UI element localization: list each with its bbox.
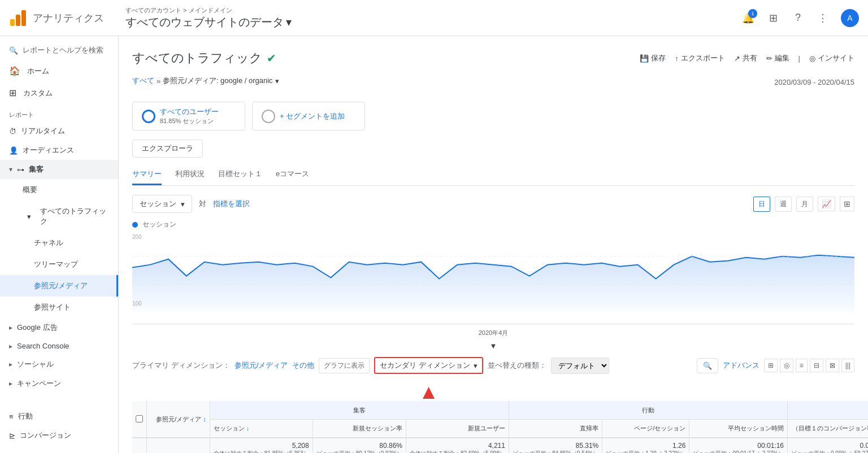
metric-select-button[interactable]: 指標を選択 [213, 199, 250, 209]
table-summary-row: 5,208 全体に対する割合：81.85%（6,363） 80.86% ビューの… [132, 438, 868, 453]
sidebar-item-visitors[interactable]: ▾ ⊶ 集客 [0, 160, 118, 179]
sidebar-item-all-traffic[interactable]: ▾ すべてのトラフィック [0, 201, 118, 232]
sidebar-item-realtime[interactable]: ⏱ リアルタイム [0, 121, 118, 141]
segment-all-users[interactable]: すべてのユーザー 81.85% セッション [132, 102, 245, 130]
sidebar-item-channel[interactable]: チャネル [0, 232, 118, 254]
apps-icon[interactable]: ⊞ [766, 11, 780, 25]
save-icon: 💾 [640, 54, 649, 63]
breadcrumb-current: 参照元/メディア: google / organic ▾ [163, 76, 279, 86]
col-new-user[interactable]: 新規ユーザー [406, 420, 509, 438]
sidebar-item-search-console[interactable]: ▸ Search Console [0, 337, 118, 355]
data-table: 参照元/メディア ↕ 集客 行動 コンバージョン 目標 1: 1 セッション ↓ [132, 401, 868, 453]
grid-view-button[interactable]: ⊞ [764, 359, 778, 372]
chart-y-200: 200 [132, 234, 142, 240]
legend-dot [132, 222, 138, 228]
sidebar-item-referral[interactable]: 参照サイト [0, 297, 118, 318]
breadcrumb-main[interactable]: すべてのウェブサイトのデータ ▾ [125, 15, 741, 30]
insight-icon: ◎ [809, 54, 815, 63]
bar-chart-button[interactable]: ⊞ [840, 197, 854, 211]
col-checkbox[interactable] [132, 401, 147, 438]
visitors-icon: ⊶ [17, 165, 24, 174]
date-range[interactable]: 2020/03/09 - 2020/04/15 [774, 78, 854, 86]
primary-dim-link[interactable]: 参照元/メディア [235, 360, 288, 371]
chevron-down-icon: ▾ [474, 361, 478, 370]
col-avg-session[interactable]: 平均セッション時間 [689, 420, 788, 438]
pivot-view-button[interactable]: ⊟ [810, 359, 823, 372]
col-bounce[interactable]: 直帰率 [509, 420, 602, 438]
compare-view-button[interactable]: ⊠ [826, 359, 839, 372]
tab-usage[interactable]: 利用状況 [175, 164, 205, 185]
chevron-right-icon: ▸ [9, 360, 12, 368]
chevron-down-icon[interactable]: ▾ [275, 77, 279, 85]
sidebar-item-home[interactable]: 🏠 ホーム [0, 60, 118, 82]
svg-rect-1 [16, 15, 20, 26]
insight-button[interactable]: ◎ インサイト [809, 53, 854, 63]
explorer-button[interactable]: エクスプローラ [132, 140, 203, 158]
sidebar-item-social[interactable]: ▸ ソーシャル [0, 355, 118, 374]
sidebar-item-audience[interactable]: 👤 オーディエンス [0, 141, 118, 160]
edit-icon: ✏ [766, 54, 772, 63]
share-button[interactable]: ↗ 共有 [734, 53, 757, 63]
bar-view-button[interactable]: ≡ [796, 359, 808, 372]
report-section-label: レポート [0, 104, 118, 121]
save-button[interactable]: 💾 保存 [640, 53, 666, 63]
tab-summary[interactable]: サマリー [132, 164, 162, 185]
col-new-session[interactable]: 新規セッション率 [313, 420, 406, 438]
edit-button[interactable]: ✏ 編集 [766, 53, 789, 63]
export-icon: ↑ [675, 54, 679, 63]
content-area: すべてのトラフィック ✔ 💾 保存 ↑ エクスポート ↗ 共有 ✏ [119, 36, 868, 453]
segment-add[interactable]: + セグメントを追加 [252, 102, 365, 130]
col-page-session[interactable]: ページ/セッション [602, 420, 689, 438]
more-view-button[interactable]: ||| [841, 359, 854, 372]
verified-icon: ✔ [267, 51, 276, 65]
sidebar-item-overview[interactable]: 概要 [0, 179, 118, 201]
secondary-dim-button[interactable]: セカンダリ ディメンション ▾ [374, 357, 483, 374]
col-dimension[interactable]: 参照元/メディア ↕ [147, 401, 210, 438]
segment-text: すべてのユーザー 81.85% セッション [160, 107, 219, 125]
help-icon[interactable]: ? [791, 11, 805, 25]
table-toolbar: プライマリ ディメンション： 参照元/メディア その他 グラフに表示 セカンダリ… [132, 357, 854, 374]
period-month[interactable]: 月 [796, 197, 813, 212]
pie-view-button[interactable]: ◎ [780, 359, 793, 372]
search-icon: 🔍 [703, 361, 712, 370]
period-day[interactable]: 日 [753, 197, 770, 212]
advance-button[interactable]: アドバンス [723, 360, 760, 371]
app-name: アナリティクス [33, 11, 104, 25]
sidebar-item-treemap[interactable]: ツリーマップ [0, 254, 118, 275]
main-layout: 🔍 レポートとヘルプを検索 🏠 ホーム ⊞ カスタム レポート ⏱ リアルタイム… [0, 36, 868, 453]
export-button[interactable]: ↑ エクスポート [675, 53, 725, 63]
line-chart-button[interactable]: 📈 [818, 197, 835, 211]
notification-badge: 1 [748, 9, 757, 18]
col-conv-rate[interactable]: （目標１のコンバージョン率） [788, 420, 868, 438]
col-group-visitors: 集客 [210, 401, 509, 420]
more-icon[interactable]: ⋮ [816, 11, 830, 25]
period-week[interactable]: 週 [775, 197, 792, 212]
sidebar-item-conversion[interactable]: ⊵ コンバージョン [0, 426, 118, 445]
behavior-icon: ≡ [9, 412, 14, 421]
sidebar-item-source-medium[interactable]: 参照元/メディア [0, 275, 118, 297]
select-all-checkbox[interactable] [136, 415, 143, 422]
tab-goal1[interactable]: 目標セット１ [218, 164, 262, 185]
sidebar-item-behavior[interactable]: ≡ 行動 [0, 407, 118, 426]
graph-in-button[interactable]: グラフに表示 [319, 358, 370, 373]
svg-rect-2 [21, 10, 26, 26]
notification-icon[interactable]: 🔔 1 [741, 11, 755, 25]
col-session[interactable]: セッション ↓ [210, 420, 313, 438]
breadcrumb-all[interactable]: すべて [132, 76, 154, 86]
chart-right-controls: 日 週 月 📈 ⊞ [753, 197, 854, 212]
breadcrumb-top: すべてのアカウント > メインドメイン [125, 6, 741, 15]
other-dim-link[interactable]: その他 [292, 360, 314, 371]
sidebar-item-custom[interactable]: ⊞ カスタム [0, 82, 118, 104]
tab-ecommerce[interactable]: eコマース [276, 164, 309, 185]
sidebar-item-google-ads[interactable]: ▸ Google 広告 [0, 318, 118, 337]
sidebar-search[interactable]: 🔍 レポートとヘルプを検索 [0, 36, 118, 60]
chart-scroll[interactable]: ▼ [132, 342, 854, 350]
sort-select[interactable]: デフォルト [551, 358, 609, 374]
metric-selector[interactable]: セッション ▾ [132, 195, 192, 213]
conversion-icon: ⊵ [9, 432, 15, 440]
table-search-box[interactable]: 🔍 [697, 358, 718, 373]
logo-icon [9, 9, 27, 27]
header-breadcrumb: すべてのアカウント > メインドメイン すべてのウェブサイトのデータ ▾ [125, 6, 741, 30]
avatar[interactable]: A [841, 9, 859, 27]
sidebar-item-campaign[interactable]: ▸ キャンペーン [0, 374, 118, 393]
